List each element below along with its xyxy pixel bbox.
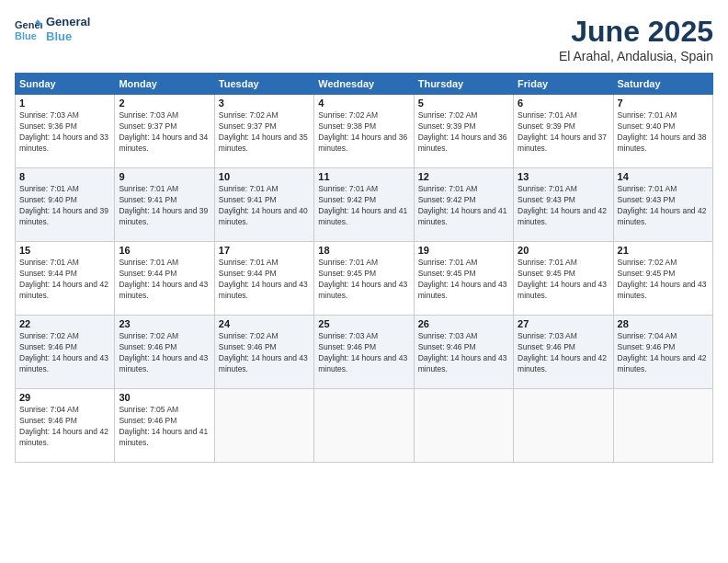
calendar-cell: 9Sunrise: 7:01 AMSunset: 9:41 PMDaylight… (115, 168, 214, 242)
day-info: Sunrise: 7:01 AMSunset: 9:44 PMDaylight:… (119, 258, 210, 302)
calendar-cell: 29Sunrise: 7:04 AMSunset: 9:46 PMDayligh… (16, 389, 115, 463)
calendar-cell: 1Sunrise: 7:03 AMSunset: 9:36 PMDaylight… (16, 95, 115, 168)
title-block: June 2025 El Arahal, Andalusia, Spain (559, 15, 713, 63)
day-number: 5 (418, 98, 509, 109)
weekday-header: Wednesday (314, 74, 414, 95)
day-info: Sunrise: 7:01 AMSunset: 9:42 PMDaylight:… (418, 184, 509, 228)
calendar-cell: 27Sunrise: 7:03 AMSunset: 9:46 PMDayligh… (514, 316, 613, 389)
logo: General Blue General Blue (15, 15, 90, 43)
day-info: Sunrise: 7:04 AMSunset: 9:46 PMDaylight:… (618, 331, 709, 375)
calendar-body: 1Sunrise: 7:03 AMSunset: 9:36 PMDaylight… (16, 95, 713, 463)
day-info: Sunrise: 7:01 AMSunset: 9:45 PMDaylight:… (318, 258, 409, 302)
day-info: Sunrise: 7:05 AMSunset: 9:46 PMDaylight:… (119, 405, 210, 449)
day-info: Sunrise: 7:01 AMSunset: 9:44 PMDaylight:… (19, 258, 110, 302)
day-info: Sunrise: 7:02 AMSunset: 9:39 PMDaylight:… (418, 110, 509, 155)
calendar-cell: 25Sunrise: 7:03 AMSunset: 9:46 PMDayligh… (314, 316, 414, 389)
day-info: Sunrise: 7:01 AMSunset: 9:40 PMDaylight:… (19, 184, 110, 228)
calendar-cell: 7Sunrise: 7:01 AMSunset: 9:40 PMDaylight… (613, 95, 712, 168)
day-number: 17 (219, 245, 310, 256)
day-info: Sunrise: 7:01 AMSunset: 9:45 PMDaylight:… (418, 258, 509, 302)
weekday-header: Friday (514, 74, 613, 95)
day-info: Sunrise: 7:01 AMSunset: 9:41 PMDaylight:… (219, 184, 310, 228)
day-number: 18 (318, 245, 409, 256)
calendar-cell: 2Sunrise: 7:03 AMSunset: 9:37 PMDaylight… (115, 95, 214, 168)
calendar-cell: 20Sunrise: 7:01 AMSunset: 9:45 PMDayligh… (514, 242, 613, 316)
calendar-cell: 22Sunrise: 7:02 AMSunset: 9:46 PMDayligh… (16, 316, 115, 389)
day-number: 26 (418, 318, 509, 329)
day-info: Sunrise: 7:02 AMSunset: 9:46 PMDaylight:… (19, 331, 110, 375)
calendar-cell: 23Sunrise: 7:02 AMSunset: 9:46 PMDayligh… (115, 316, 214, 389)
day-number: 1 (19, 98, 110, 109)
calendar-cell: 30Sunrise: 7:05 AMSunset: 9:46 PMDayligh… (115, 389, 214, 463)
day-info: Sunrise: 7:02 AMSunset: 9:46 PMDaylight:… (219, 331, 310, 375)
day-number: 22 (19, 318, 110, 329)
calendar-cell: 18Sunrise: 7:01 AMSunset: 9:45 PMDayligh… (314, 242, 414, 316)
logo-line1: General (46, 15, 90, 29)
calendar-cell: 8Sunrise: 7:01 AMSunset: 9:40 PMDaylight… (16, 168, 115, 242)
day-number: 11 (318, 171, 409, 182)
calendar-cell (414, 389, 513, 463)
calendar-week-row: 22Sunrise: 7:02 AMSunset: 9:46 PMDayligh… (16, 316, 713, 389)
logo-line2: Blue (46, 29, 90, 44)
month-title: June 2025 (559, 15, 713, 49)
location-title: El Arahal, Andalusia, Spain (559, 49, 713, 63)
day-info: Sunrise: 7:01 AMSunset: 9:41 PMDaylight:… (119, 184, 210, 228)
day-number: 21 (618, 245, 709, 256)
calendar-cell: 10Sunrise: 7:01 AMSunset: 9:41 PMDayligh… (214, 168, 313, 242)
calendar-cell: 15Sunrise: 7:01 AMSunset: 9:44 PMDayligh… (16, 242, 115, 316)
day-number: 23 (119, 318, 210, 329)
calendar-table: SundayMondayTuesdayWednesdayThursdayFrid… (15, 73, 713, 463)
calendar-cell: 11Sunrise: 7:01 AMSunset: 9:42 PMDayligh… (314, 168, 414, 242)
day-number: 30 (119, 392, 210, 403)
day-number: 25 (318, 318, 409, 329)
day-info: Sunrise: 7:03 AMSunset: 9:46 PMDaylight:… (418, 331, 509, 375)
day-info: Sunrise: 7:03 AMSunset: 9:46 PMDaylight:… (318, 331, 409, 375)
calendar-cell: 3Sunrise: 7:02 AMSunset: 9:37 PMDaylight… (214, 95, 313, 168)
day-number: 16 (119, 245, 210, 256)
day-number: 24 (219, 318, 310, 329)
logo-icon: General Blue (15, 16, 42, 43)
day-number: 19 (418, 245, 509, 256)
day-number: 3 (219, 98, 310, 109)
day-number: 15 (19, 245, 110, 256)
calendar-cell: 24Sunrise: 7:02 AMSunset: 9:46 PMDayligh… (214, 316, 313, 389)
day-number: 4 (318, 98, 409, 109)
svg-text:Blue: Blue (15, 30, 37, 41)
day-number: 27 (518, 318, 609, 329)
day-number: 2 (119, 98, 210, 109)
day-info: Sunrise: 7:03 AMSunset: 9:36 PMDaylight:… (19, 110, 110, 155)
calendar-cell (314, 389, 414, 463)
calendar-cell: 13Sunrise: 7:01 AMSunset: 9:43 PMDayligh… (514, 168, 613, 242)
day-number: 20 (518, 245, 609, 256)
day-info: Sunrise: 7:02 AMSunset: 9:46 PMDaylight:… (119, 331, 210, 375)
weekday-header-row: SundayMondayTuesdayWednesdayThursdayFrid… (16, 74, 713, 95)
day-number: 28 (618, 318, 709, 329)
day-info: Sunrise: 7:02 AMSunset: 9:38 PMDaylight:… (318, 110, 409, 155)
day-info: Sunrise: 7:01 AMSunset: 9:39 PMDaylight:… (518, 110, 609, 155)
day-info: Sunrise: 7:01 AMSunset: 9:43 PMDaylight:… (518, 184, 609, 228)
calendar-cell: 14Sunrise: 7:01 AMSunset: 9:43 PMDayligh… (613, 168, 712, 242)
day-info: Sunrise: 7:01 AMSunset: 9:40 PMDaylight:… (618, 110, 709, 155)
weekday-header: Thursday (414, 74, 513, 95)
calendar-week-row: 29Sunrise: 7:04 AMSunset: 9:46 PMDayligh… (16, 389, 713, 463)
calendar-cell: 28Sunrise: 7:04 AMSunset: 9:46 PMDayligh… (613, 316, 712, 389)
weekday-header: Monday (115, 74, 214, 95)
day-number: 14 (618, 171, 709, 182)
weekday-header: Sunday (16, 74, 115, 95)
day-number: 10 (219, 171, 310, 182)
day-info: Sunrise: 7:04 AMSunset: 9:46 PMDaylight:… (19, 405, 110, 449)
calendar-week-row: 1Sunrise: 7:03 AMSunset: 9:36 PMDaylight… (16, 95, 713, 168)
day-number: 29 (19, 392, 110, 403)
day-number: 9 (119, 171, 210, 182)
day-info: Sunrise: 7:01 AMSunset: 9:45 PMDaylight:… (518, 258, 609, 302)
calendar-cell (514, 389, 613, 463)
day-number: 8 (19, 171, 110, 182)
day-number: 13 (518, 171, 609, 182)
calendar-cell: 12Sunrise: 7:01 AMSunset: 9:42 PMDayligh… (414, 168, 513, 242)
day-info: Sunrise: 7:03 AMSunset: 9:46 PMDaylight:… (518, 331, 609, 375)
calendar-week-row: 8Sunrise: 7:01 AMSunset: 9:40 PMDaylight… (16, 168, 713, 242)
calendar-cell: 19Sunrise: 7:01 AMSunset: 9:45 PMDayligh… (414, 242, 513, 316)
day-number: 12 (418, 171, 509, 182)
day-number: 6 (518, 98, 609, 109)
calendar-cell: 5Sunrise: 7:02 AMSunset: 9:39 PMDaylight… (414, 95, 513, 168)
